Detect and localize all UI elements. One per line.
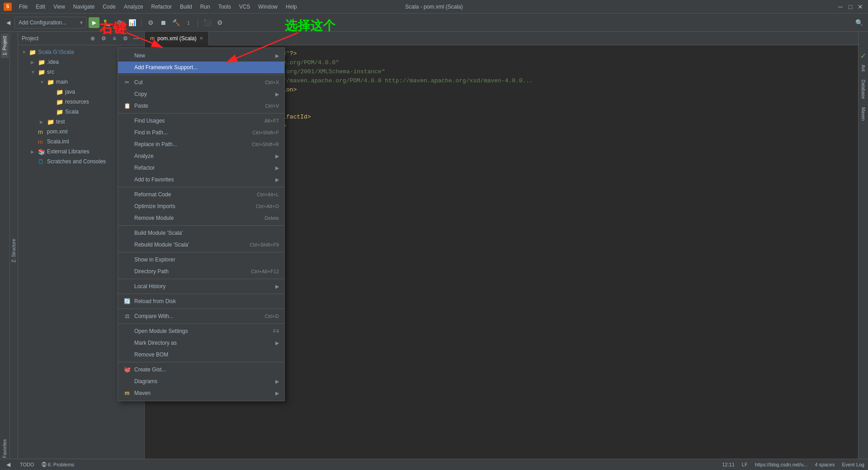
minimize-button[interactable]: ─ [836, 3, 844, 11]
menu-vcs[interactable]: VCS [236, 3, 254, 11]
menu-tools[interactable]: Tools [215, 3, 235, 11]
title-bar-controls: ─ □ ✕ [836, 3, 864, 11]
toolbar-separator [141, 18, 142, 27]
ctx-sep-8 [118, 309, 284, 309]
ctx-diagrams[interactable]: Diagrams ▶ [118, 375, 284, 387]
run-config-dropdown[interactable]: Add Configuration... ▾ [14, 17, 87, 28]
settings-panel-icon[interactable]: ⚙ [121, 34, 130, 43]
todo-label[interactable]: TODO [20, 462, 34, 467]
ctx-paste[interactable]: 📋 Paste Ctrl+V [118, 100, 284, 112]
menu-run[interactable]: Run [197, 3, 214, 11]
search-everywhere-button[interactable]: 🔍 [854, 17, 864, 28]
bom-icon [123, 351, 131, 358]
gear-icon[interactable]: ⚙ [99, 34, 108, 43]
dir-icon [123, 268, 131, 275]
right-tab-database[interactable]: Database [859, 76, 867, 103]
right-tab-maven[interactable]: Maven [859, 104, 867, 124]
ctx-find-path[interactable]: Find in Path... Ctrl+Shift+F [118, 127, 284, 138]
coverage-button[interactable]: ⚙ [114, 17, 125, 28]
ctx-build-module[interactable]: Build Module 'Scala' [118, 227, 284, 239]
bottom-right: 12:11 LF https://blog.csdn.net/u... 4 sp… [722, 462, 864, 467]
editor-tabs: m pom.xml (Scala) ✕ [145, 32, 858, 45]
ctx-create-gist[interactable]: 🐙 Create Gist... [118, 364, 284, 375]
find-icon [123, 117, 131, 124]
project-header: Project ⊕ ⚙ ≡ ⚙ — [18, 32, 144, 45]
ctx-show-explorer[interactable]: Show in Explorer [118, 254, 284, 266]
indent-label: 4 spaces [815, 462, 835, 467]
tab-close-icon[interactable]: ✕ [199, 36, 203, 41]
stop-button[interactable]: ⏹ [158, 17, 169, 28]
expand-icon[interactable]: ◀ [4, 460, 13, 469]
build-button[interactable]: 🔨 [170, 17, 181, 28]
ctx-sep-7 [118, 294, 284, 294]
close-panel-icon[interactable]: — [132, 34, 141, 43]
menu-refactor[interactable]: Refactor [148, 3, 175, 11]
git-button[interactable]: ↕ [183, 17, 194, 28]
optimize-icon [123, 203, 131, 210]
maximize-button[interactable]: □ [846, 3, 854, 11]
ctx-new[interactable]: New ▶ [118, 50, 284, 62]
menu-analyze[interactable]: Analyze [120, 3, 147, 11]
ctx-optimize-imports[interactable]: Optimize Imports Ctrl+Alt+O [118, 200, 284, 212]
terminal-button[interactable]: ⬛ [202, 17, 212, 28]
ctx-mark-dir[interactable]: Mark Directory as ▶ [118, 337, 284, 349]
cut-icon: ✂ [123, 79, 131, 86]
settings-button[interactable]: ⚙ [214, 17, 225, 28]
new-scratch-button[interactable]: ⊕ [88, 34, 97, 43]
ctx-sep-4 [118, 225, 284, 226]
ctx-add-favorites[interactable]: Add to Favorites ▶ [118, 174, 284, 185]
ctx-rebuild-module[interactable]: Rebuild Module 'Scala' Ctrl+Shift+F9 [118, 239, 284, 251]
menu-view[interactable]: View [50, 3, 69, 11]
window-title: Scala - pom.xml (Scala) [405, 4, 462, 10]
menu-help[interactable]: Help [282, 3, 301, 11]
profile-button[interactable]: 📊 [127, 17, 137, 28]
ctx-cut[interactable]: ✂ Cut Ctrl+X [118, 76, 284, 88]
analyze-icon [123, 152, 131, 160]
ctx-copy[interactable]: Copy ▶ [118, 88, 284, 100]
ctx-analyze[interactable]: Analyze ▶ [118, 150, 284, 162]
ctx-maven[interactable]: m Maven ▶ [118, 387, 284, 399]
menu-edit[interactable]: Edit [32, 3, 49, 11]
ctx-dir-path[interactable]: Directory Path Ctrl+Alt+F12 [118, 266, 284, 277]
replace-icon [123, 141, 131, 148]
editor-tab-pomxml[interactable]: m pom.xml (Scala) ✕ [145, 32, 209, 45]
run-manager-button[interactable]: ⚙ [145, 17, 156, 28]
ctx-sep-1 [118, 75, 284, 75]
run-button[interactable]: ▶ [89, 17, 99, 28]
ctx-remove-module[interactable]: Remove Module Delete [118, 212, 284, 224]
problems-label[interactable]: ⓺ 6: Problems [42, 462, 75, 467]
title-bar: S File Edit View Navigate Code Analyze R… [0, 0, 868, 14]
ctx-find-usages[interactable]: Find Usages Alt+F7 [118, 115, 284, 127]
cursor-position: 12:11 [722, 462, 735, 467]
back-icon[interactable]: ◀ [4, 18, 13, 27]
toolbar-separator2 [198, 18, 198, 27]
ctx-module-settings[interactable]: Open Module Settings F4 [118, 325, 284, 337]
close-button[interactable]: ✕ [856, 3, 864, 11]
menu-code[interactable]: Code [99, 3, 119, 11]
menu-file[interactable]: File [15, 3, 31, 11]
menu-window[interactable]: Window [255, 3, 281, 11]
ctx-local-history[interactable]: Local History ▶ [118, 280, 284, 292]
sidebar-tab-project[interactable]: 1: Project [1, 33, 9, 58]
ctx-reload-disk[interactable]: 🔄 Reload from Disk [118, 295, 284, 307]
menu-navigate[interactable]: Navigate [70, 3, 98, 11]
ctx-sep-2 [118, 113, 284, 114]
event-log[interactable]: Event Log [842, 462, 864, 467]
ctx-add-framework[interactable]: Add Framework Support... [118, 62, 284, 73]
build-icon [123, 229, 131, 237]
debug-button[interactable]: 🐛 [101, 17, 112, 28]
ctx-compare-with[interactable]: ⚖ Compare With... Ctrl+D [118, 310, 284, 322]
structure-tab[interactable]: Z: Structure [11, 239, 16, 262]
reformat-icon [123, 191, 131, 198]
settings-icon [123, 328, 131, 335]
ctx-remove-bom[interactable]: Remove BOM [118, 349, 284, 361]
ctx-refactor[interactable]: Refactor ▶ [118, 162, 284, 174]
ctx-sep-9 [118, 323, 284, 324]
ctx-sep-5 [118, 252, 284, 252]
collapse-icon[interactable]: ≡ [110, 34, 119, 43]
ctx-replace-path[interactable]: Replace in Path... Ctrl+Shift+R [118, 138, 284, 150]
ctx-reformat[interactable]: Reformat Code Ctrl+Alt+L [118, 189, 284, 200]
favorites-icon [123, 176, 131, 183]
right-tab-ant[interactable]: Ant [859, 61, 867, 75]
menu-build[interactable]: Build [176, 3, 196, 11]
